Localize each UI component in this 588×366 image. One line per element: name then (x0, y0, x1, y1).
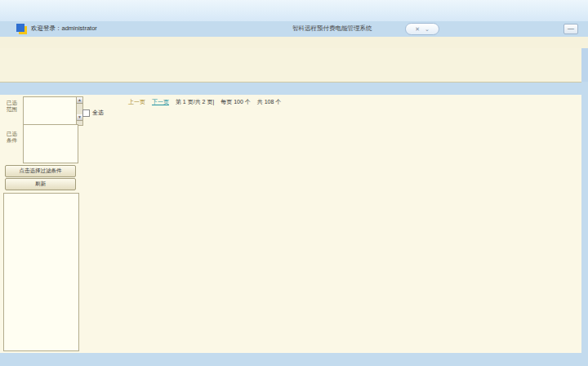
chevron-down-icon[interactable]: ⌄ (425, 26, 430, 33)
selected-range-listbox[interactable]: ▲ ▼ (23, 96, 83, 126)
select-all-checkbox[interactable] (82, 109, 90, 117)
welcome-text: 欢迎登录：administrator (31, 25, 97, 33)
select-all[interactable]: 全选 (82, 109, 104, 117)
per-page-info: 每页 100 个 (220, 99, 251, 105)
main-panel: 上一页 下一页 第 1 页/共 2 页| 每页 100 个 共 108 个 全选 (79, 95, 581, 353)
content-area: 已选范围 ▲ ▼ 已选条件 点击选择过滤条件 刷新 上一页 下一页 第 1 页/… (0, 95, 581, 353)
building-tree (3, 193, 79, 351)
choose-filter-button[interactable]: 点击选择过滤条件 (5, 165, 76, 177)
document-tab-strip (0, 82, 588, 95)
range-label: 已选范围 (7, 100, 20, 113)
sidebar: 已选范围 ▲ ▼ 已选条件 点击选择过滤条件 刷新 (0, 95, 79, 353)
title-bar: 欢迎登录：administrator 智科远程预付费电能管理系统 ✕ ⌄ — (0, 21, 588, 36)
next-page-link[interactable]: 下一页 (152, 99, 169, 105)
action-toolbar: 全选 (82, 109, 104, 117)
window-style-buttons[interactable]: ✕ ⌄ (405, 23, 439, 35)
pagination: 上一页 下一页 第 1 页/共 2 页| 每页 100 个 共 108 个 (128, 98, 286, 106)
prev-page-link[interactable]: 上一页 (128, 99, 145, 105)
selected-condition-box[interactable] (23, 124, 78, 163)
window-top-strip (0, 0, 588, 21)
ribbon-right-edge (581, 48, 588, 82)
ribbon (0, 48, 581, 83)
style-icon[interactable]: ✕ (415, 26, 420, 33)
menu-bar (0, 37, 588, 48)
condition-label: 已选条件 (7, 131, 20, 144)
minimize-button[interactable]: — (564, 24, 578, 34)
page-info: 第 1 页/共 2 页| (176, 99, 214, 105)
select-all-label: 全选 (92, 109, 104, 117)
total-info: 共 108 个 (257, 99, 282, 105)
refresh-button[interactable]: 刷新 (5, 178, 76, 190)
app-window: 欢迎登录：administrator 智科远程预付费电能管理系统 ✕ ⌄ — 已… (0, 0, 588, 366)
meter-card-grid (82, 124, 581, 353)
app-icon (16, 24, 24, 32)
system-title: 智科远程预付费电能管理系统 (292, 25, 372, 33)
